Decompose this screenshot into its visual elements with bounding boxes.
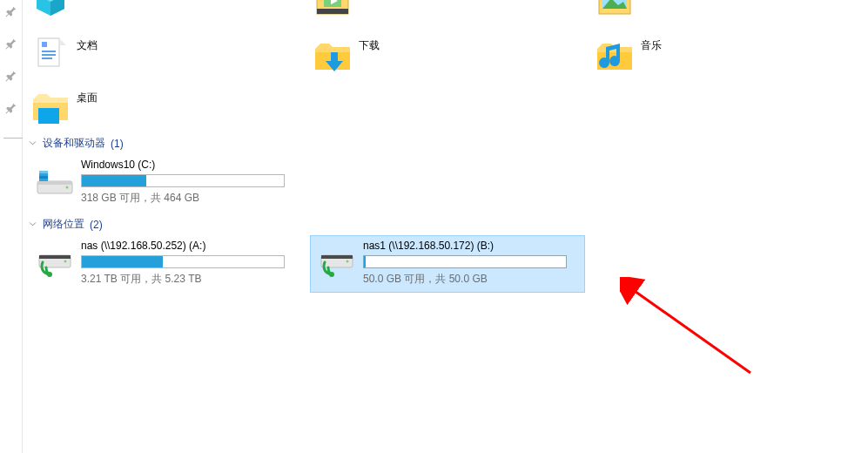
drive-network-b[interactable]: nas1 (\\192.168.50.172) (B:) 50.0 GB 可用，… <box>310 235 585 293</box>
folder-item[interactable] <box>592 0 867 26</box>
pin-icon <box>5 5 17 20</box>
svg-rect-18 <box>38 108 59 124</box>
folder-item-downloads[interactable]: 下载 <box>310 33 585 78</box>
svg-rect-26 <box>39 255 71 259</box>
svg-point-31 <box>347 260 349 263</box>
documents-icon <box>30 35 71 77</box>
svg-line-33 <box>632 289 750 373</box>
svg-point-27 <box>64 260 67 263</box>
explorer-content: 文档 下载 音乐 桌面 设备和驱动器 (1) <box>23 0 868 453</box>
section-header-devices[interactable]: 设备和驱动器 (1) <box>28 136 867 151</box>
drive-usage-bar <box>363 255 567 268</box>
drive-name: nas (\\192.168.50.252) (A:) <box>81 240 297 252</box>
svg-rect-16 <box>42 57 52 59</box>
folder-item-desktop[interactable]: 桌面 <box>28 85 303 131</box>
3d-objects-icon <box>30 0 71 24</box>
folder-item[interactable] <box>310 0 585 26</box>
downloads-icon <box>312 35 353 77</box>
drive-usage-fill <box>82 175 146 186</box>
section-count: (1) <box>111 138 124 150</box>
section-title: 网络位置 <box>43 217 84 232</box>
svg-marker-2 <box>50 0 64 16</box>
svg-rect-5 <box>317 9 348 14</box>
chevron-down-icon <box>28 139 37 148</box>
drive-usage-fill <box>82 256 163 267</box>
svg-rect-20 <box>37 181 72 185</box>
svg-rect-13 <box>42 42 47 47</box>
rail-divider <box>3 138 23 139</box>
section-count: (2) <box>90 219 103 231</box>
videos-icon <box>312 0 353 24</box>
pictures-icon <box>594 0 636 24</box>
folder-label: 文档 <box>77 35 98 53</box>
drive-meta: 318 GB 可用，共 464 GB <box>81 191 297 206</box>
network-list: nas (\\192.168.50.252) (A:) 3.21 TB 可用，共… <box>28 235 867 293</box>
folder-label: 下载 <box>359 35 380 53</box>
drive-usage-bar <box>81 255 285 268</box>
section-header-network[interactable]: 网络位置 (2) <box>28 217 867 232</box>
chevron-down-icon <box>28 220 37 229</box>
folder-label: 音乐 <box>641 35 662 53</box>
svg-rect-30 <box>321 255 353 259</box>
section-title: 设备和驱动器 <box>43 136 105 151</box>
drive-usage-bar <box>81 174 285 187</box>
drive-network-a[interactable]: nas (\\192.168.50.252) (A:) 3.21 TB 可用，共… <box>28 235 303 293</box>
network-drive-icon <box>34 240 76 281</box>
svg-rect-23 <box>39 171 48 173</box>
music-icon <box>594 35 636 77</box>
svg-marker-17 <box>59 38 66 45</box>
drive-meta: 50.0 GB 可用，共 50.0 GB <box>363 272 579 287</box>
svg-rect-15 <box>42 54 56 56</box>
svg-point-32 <box>329 272 334 277</box>
network-drive-icon <box>316 240 358 281</box>
desktop-icon <box>30 87 71 129</box>
folder-item[interactable] <box>28 0 303 26</box>
svg-point-21 <box>66 186 69 189</box>
pin-icon <box>5 37 17 52</box>
pin-icon <box>5 70 17 85</box>
drive-usage-fill <box>364 256 366 267</box>
svg-rect-24 <box>39 176 48 179</box>
drive-local-c[interactable]: Windows10 (C:) 318 GB 可用，共 464 GB <box>28 154 303 212</box>
annotation-arrow <box>620 277 759 382</box>
quick-access-pin-rail <box>0 0 23 453</box>
local-disk-icon <box>34 159 76 200</box>
folder-label: 桌面 <box>77 87 98 105</box>
svg-rect-14 <box>42 51 56 52</box>
folder-item-documents[interactable]: 文档 <box>28 33 303 78</box>
drive-name: nas1 (\\192.168.50.172) (B:) <box>363 240 579 252</box>
drive-meta: 3.21 TB 可用，共 5.23 TB <box>81 272 297 287</box>
pin-icon <box>5 102 17 117</box>
device-list: Windows10 (C:) 318 GB 可用，共 464 GB <box>28 154 867 212</box>
folder-item-music[interactable]: 音乐 <box>592 33 867 78</box>
drive-name: Windows10 (C:) <box>81 159 297 171</box>
svg-point-28 <box>47 272 52 277</box>
